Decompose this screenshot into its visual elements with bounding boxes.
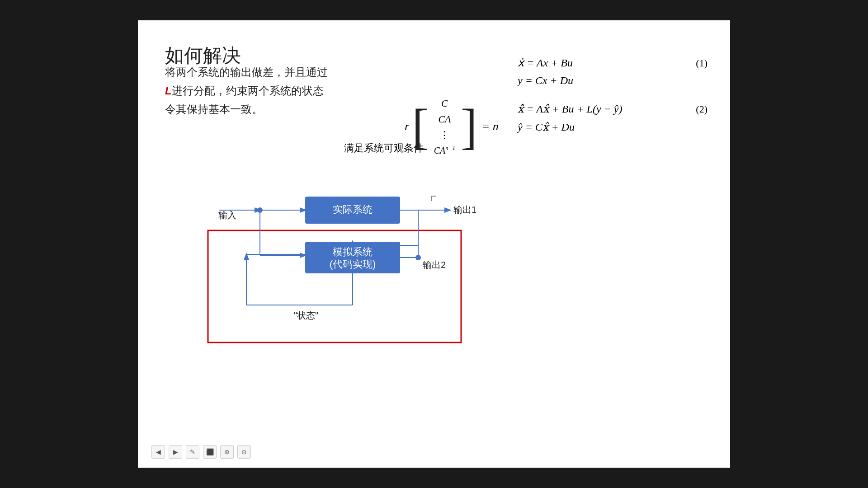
desc-line3: 令其保持基本一致。 <box>165 103 263 115</box>
eq2-text1: x̂̇ = Ax̂ + Bu + L(y − ŷ) <box>518 103 622 115</box>
toolbar-zoom-in-btn[interactable]: ⊕ <box>220 445 234 459</box>
input-label: 输入 <box>218 210 236 220</box>
block-diagram-svg: 输入 实际系统 输出1 模拟系统 (代码实现) <box>206 178 500 350</box>
eq1-number: (1) <box>696 57 708 69</box>
desc-L: L <box>165 84 172 97</box>
toolbar-save-btn[interactable]: ⬛ <box>203 445 217 459</box>
eq2-number: (2) <box>696 103 708 115</box>
toolbar-next-btn[interactable]: ▶ <box>169 445 182 459</box>
desc-line2: 进行分配，约束两个系统的状态 <box>172 84 324 97</box>
diagram-section: 输入 实际系统 输出1 模拟系统 (代码实现) <box>206 178 513 355</box>
state-label: "状态" <box>294 310 318 320</box>
toolbar-prev-btn[interactable]: ◀ <box>151 445 165 459</box>
matrix-row-dots: ⋮ <box>439 127 449 143</box>
matrix-row-CA: CA <box>438 111 451 127</box>
eq1-line1: ẋ = Ax + Bu (1) <box>518 56 708 69</box>
matrix-r: r <box>405 120 409 133</box>
eq1-text1: ẋ = Ax + Bu <box>518 56 573 69</box>
eq1-line2: y = Cx + Du <box>518 75 708 87</box>
matrix-equals: = n <box>482 120 499 133</box>
matrix-formula: r [ C CA ⋮ CAn−1 ] = n <box>405 93 503 160</box>
equation-group-2: x̂̇ = Ax̂ + Bu + L(y − ŷ) (2) ŷ = Cx̂ + … <box>518 103 708 133</box>
toolbar-edit-btn[interactable]: ✎ <box>186 445 199 459</box>
output2-label: 输出2 <box>423 260 446 270</box>
real-system-label: 实际系统 <box>333 204 373 215</box>
sim-system-label1: 模拟系统 <box>333 246 373 258</box>
eq2-line2: ŷ = Cx̂ + Du <box>518 121 708 133</box>
toolbar-zoom-out-btn[interactable]: ⊖ <box>237 445 251 459</box>
output1-label: 输出1 <box>453 205 476 215</box>
eq2-line1: x̂̇ = Ax̂ + Bu + L(y − ŷ) (2) <box>518 103 708 115</box>
matrix-left-bracket: [ <box>412 102 429 151</box>
eq1-text2: y = Cx + Du <box>518 75 573 87</box>
cursor <box>431 196 436 201</box>
equations-section: ẋ = Ax + Bu (1) y = Cx + Du x̂̇ = Ax̂ + … <box>518 56 708 149</box>
matrix-entries: C CA ⋮ CAn−1 <box>429 93 461 160</box>
slide: 如何解决 将两个系统的输出做差，并且通过 L进行分配，约束两个系统的状态 令其保… <box>138 20 730 468</box>
sim-system-label2: (代码实现) <box>330 258 376 270</box>
description-text: 将两个系统的输出做差，并且通过 L进行分配，约束两个系统的状态 令其保持基本一致… <box>165 63 409 118</box>
matrix-row-CAn: CAn−1 <box>434 143 455 158</box>
matrix-right-bracket: ] <box>461 102 477 151</box>
eq2-text2: ŷ = Cx̂ + Du <box>518 121 575 133</box>
desc-line1: 将两个系统的输出做差，并且通过 <box>165 66 328 78</box>
toolbar: ◀ ▶ ✎ ⬛ ⊕ ⊖ <box>151 445 251 459</box>
equation-group-1: ẋ = Ax + Bu (1) y = Cx + Du <box>518 56 708 87</box>
matrix-row-C: C <box>441 95 448 111</box>
